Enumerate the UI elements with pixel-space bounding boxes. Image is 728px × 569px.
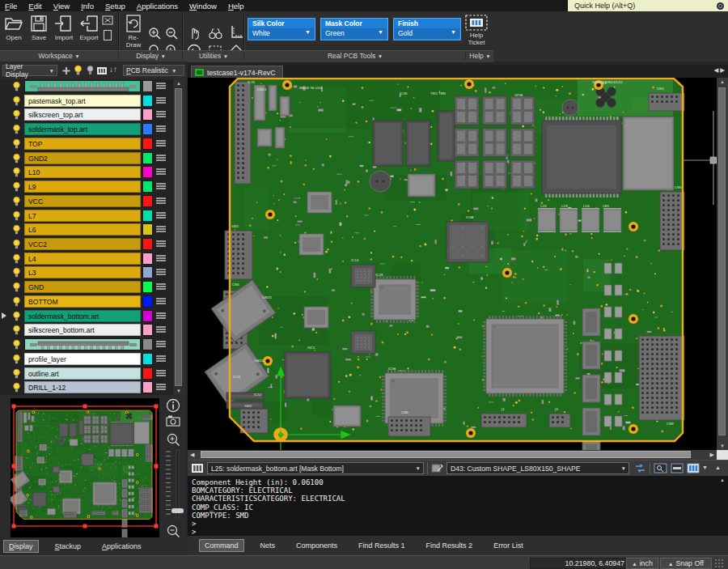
scroll-up-icon[interactable]: ▲ [717, 79, 728, 84]
layer-color-swatch[interactable] [142, 180, 153, 193]
layer-options-icon[interactable] [156, 82, 166, 91]
layer-visibility-bulb-icon[interactable] [12, 124, 21, 135]
layer-options-icon[interactable] [156, 225, 166, 234]
layer-options-icon[interactable] [156, 197, 166, 206]
snapshot-icon[interactable] [166, 414, 180, 429]
layer-visibility-bulb-icon[interactable] [12, 167, 21, 178]
layer-color-swatch[interactable] [142, 210, 153, 222]
zoom-in-icon[interactable] [166, 432, 180, 447]
layer-display-dropdown[interactable]: Layer Display▼ [2, 65, 57, 76]
layer-row[interactable]: GND2 [0, 151, 172, 166]
mask-color-dropdown[interactable]: Mask Color Green▼ [320, 18, 388, 40]
console-tab-nets[interactable]: Nets [256, 540, 281, 551]
scroll-right-icon[interactable]: ▶ [710, 452, 714, 458]
quick-help-search-icon[interactable] [716, 2, 725, 11]
layer-visibility-bulb-icon[interactable] [12, 153, 21, 164]
pcb-canvas[interactable]: IC31CN13MADE IN USAHA8000DN44Z/02IC30TM2… [188, 78, 717, 450]
layer-color-swatch[interactable] [142, 266, 153, 278]
tab-scroll-arrows[interactable]: ◀ ▶ [713, 66, 725, 74]
active-shape-select[interactable]: D43: Custom SHAPE_LS80X150_SHAPE▼ [447, 462, 629, 474]
layer-options-icon[interactable] [156, 168, 166, 176]
console-tab-components[interactable]: Components [291, 540, 342, 551]
layer-options-icon[interactable] [156, 139, 166, 148]
menu-item-edit[interactable]: Edit [28, 2, 41, 11]
scroll-left-icon[interactable]: ◀ [190, 452, 194, 458]
layer-color-swatch[interactable] [142, 195, 153, 207]
layer-name[interactable]: VCC [24, 195, 141, 207]
console-scroll-up-icon[interactable]: ▲ [720, 478, 725, 482]
scrollbar-thumb[interactable] [201, 451, 691, 458]
board-thumbnail[interactable] [11, 398, 159, 537]
snap-button[interactable]: ▲Snap Off [660, 558, 712, 569]
layer-row[interactable]: BOTTOM [0, 295, 172, 309]
shape-tool-icon[interactable] [431, 463, 443, 473]
layer-row[interactable]: profile_layer [0, 352, 172, 367]
stackup-bottom-preview[interactable] [24, 338, 141, 350]
bulb-off-icon[interactable] [86, 65, 95, 76]
measure-ruler-icon[interactable] [229, 24, 243, 40]
layer-visibility-bulb-icon[interactable] [12, 311, 21, 322]
layer-color-swatch[interactable] [142, 223, 153, 236]
real-pcb-tools-group-label[interactable]: Real PCB Tools ▼ [243, 52, 466, 60]
layer-name[interactable]: silkscreen_bottom.art [24, 324, 141, 336]
panel-tab-display[interactable]: Display [3, 540, 39, 553]
layer-visibility-bulb-icon[interactable] [12, 81, 21, 92]
stackup-top-preview[interactable] [24, 80, 141, 92]
workspace-group-label[interactable]: Workspace ▼ [0, 52, 118, 60]
layer-options-icon[interactable] [156, 182, 166, 191]
layer-row[interactable]: pastemask_top.art [0, 94, 172, 108]
layer-color-swatch[interactable] [142, 108, 153, 121]
menu-item-setup[interactable]: Setup [105, 2, 125, 11]
layer-visibility-bulb-icon[interactable] [12, 210, 21, 222]
layer-options-icon[interactable] [156, 312, 166, 321]
layer-row[interactable]: silkscreen_top.art [0, 108, 172, 122]
layer-row[interactable]: L4 [0, 252, 172, 266]
layer-row[interactable]: DRILL_1-12 [0, 380, 172, 395]
panel-tab-applications[interactable]: Applications [97, 541, 146, 552]
layer-visibility-bulb-icon[interactable] [12, 138, 21, 150]
layer-visibility-bulb-icon[interactable] [12, 181, 21, 193]
document-tab[interactable]: testcase1-v174-RevC [191, 66, 283, 79]
layer-visibility-bulb-icon[interactable] [12, 325, 21, 336]
layer-options-icon[interactable] [156, 297, 166, 306]
canvas-horizontal-scrollbar[interactable]: ◀ ▶ [188, 450, 717, 460]
scroll-up-icon[interactable]: ▲ [173, 81, 184, 86]
options-window-icon[interactable] [671, 463, 684, 474]
layer-row[interactable]: GND [0, 280, 172, 295]
layer-color-swatch[interactable] [142, 152, 153, 164]
close-design-icon[interactable] [102, 15, 114, 26]
layer-color-swatch[interactable] [142, 381, 153, 393]
menu-item-window[interactable]: Window [189, 2, 217, 11]
layer-color-swatch[interactable] [142, 80, 153, 92]
layer-options-icon[interactable] [156, 125, 166, 134]
layer-name[interactable]: L6 [24, 223, 141, 236]
panel-tab-stackup[interactable]: Stackup [50, 541, 87, 552]
help-ticket-button[interactable]: Help Ticket [464, 15, 489, 46]
layer-options-icon[interactable] [156, 325, 166, 334]
finish-dropdown[interactable]: Finish Gold▼ [393, 18, 461, 40]
layer-name[interactable]: L10 [24, 166, 141, 178]
active-layer-select[interactable]: L25: soldermask_bottom.art [Mask Bottom]… [207, 462, 424, 474]
sort-layers-icon[interactable]: ↓↑ [109, 65, 117, 74]
stack-view-icon[interactable] [96, 66, 108, 75]
layer-color-swatch[interactable] [142, 123, 153, 135]
layer-name[interactable]: L3 [24, 266, 141, 278]
zoom-slider[interactable] [164, 448, 185, 523]
layer-color-swatch[interactable] [142, 281, 153, 293]
import-button[interactable]: Import [52, 14, 76, 41]
layer-row[interactable]: soldermask_bottom.art [0, 309, 172, 324]
layer-name[interactable]: profile_layer [24, 353, 141, 365]
open-button[interactable]: Open [2, 14, 26, 41]
layer-color-swatch[interactable] [142, 95, 153, 107]
layer-color-swatch[interactable] [142, 238, 153, 250]
units-button[interactable]: ▲inch [626, 558, 658, 569]
layer-visibility-bulb-icon[interactable] [12, 239, 21, 250]
layer-name[interactable]: L7 [24, 210, 141, 222]
scroll-down-icon[interactable]: ▼ [717, 444, 728, 448]
layer-options-icon[interactable] [156, 282, 166, 291]
layer-visibility-bulb-icon[interactable] [12, 196, 21, 207]
layer-row[interactable]: L10 [0, 165, 172, 180]
command-console[interactable]: Component Height (in): 0.06100BOMCATEGOR… [188, 476, 728, 536]
layer-color-swatch[interactable] [142, 138, 153, 150]
slider-handle[interactable] [171, 508, 184, 513]
